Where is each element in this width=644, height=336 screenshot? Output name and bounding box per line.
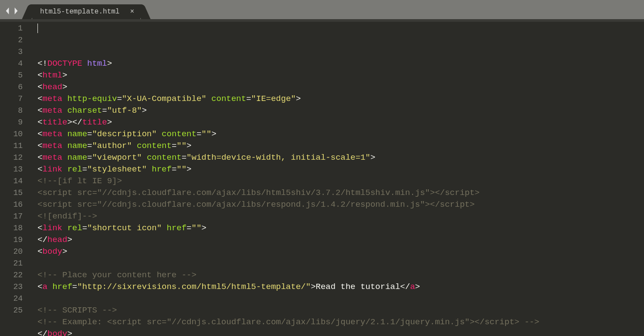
code-token: title [82,118,107,127]
file-tab[interactable]: html5-template.html × [32,4,140,19]
code-token: DOCTYPE [47,59,82,68]
code-line[interactable]: <!-- SCRIPTS --> [37,305,539,316]
code-line[interactable]: <!--[if lt IE 9]> [37,175,539,187]
code-token: html [87,59,107,68]
code-token: body [47,329,68,336]
code-token [207,94,211,104]
code-line[interactable]: <script src="//cdnjs.cloudflare.com/ajax… [37,187,539,199]
code-token: = [87,129,92,139]
code-token: > [296,94,301,104]
code-token: charset [67,106,102,115]
code-token: <!--[if lt IE 9]> [37,176,122,186]
code-token: </ [37,235,47,245]
code-token: "description" [92,129,156,139]
line-number: 25 [0,305,23,316]
code-line[interactable]: <title></title> [37,117,539,128]
code-token: ></ [67,118,82,127]
code-line[interactable]: <html> [37,70,539,81]
line-number: 8 [0,105,23,117]
code-token: < [37,118,42,127]
code-token: > [107,118,112,127]
code-token: > [211,129,216,139]
code-line[interactable]: <a href="http://sixrevisions.com/html5/h… [37,281,539,293]
editor[interactable]: 1234567891011121314151617181920212223242… [0,22,644,336]
code-token: html [42,71,62,80]
code-token: meta [42,94,62,104]
line-number: 15 [0,187,23,199]
code-token: = [172,165,176,174]
code-token: < [37,141,42,151]
line-number: 5 [0,70,23,81]
code-token: "" [192,223,202,233]
code-line[interactable]: <link rel="shortcut icon" href=""> [37,222,539,234]
code-token: > [107,59,112,68]
code-line[interactable]: <![endif]--> [37,211,539,222]
line-number: 11 [0,140,23,152]
line-number: 12 [0,152,23,164]
code-token: name [67,129,87,139]
line-number: 10 [0,128,23,140]
code-token: head [42,82,62,92]
line-number: 19 [0,234,23,246]
code-token [147,165,152,174]
code-area[interactable]: <!DOCTYPE html><html><head><meta http-eq… [28,22,539,336]
code-line[interactable] [37,258,539,269]
code-token: title [42,118,67,127]
code-line[interactable]: <meta name="author" content=""> [37,140,539,152]
code-line[interactable]: <script src="//cdnjs.cloudflare.com/ajax… [37,199,539,211]
code-line[interactable]: </head> [37,234,539,246]
line-number: 3 [0,46,23,58]
code-line[interactable] [37,293,539,305]
line-number: 1 [0,23,23,34]
code-line[interactable]: <!-- Place your content here --> [37,269,539,281]
tab-bar: html5-template.html × [0,0,644,19]
code-token: = [82,165,87,174]
close-icon[interactable]: × [130,8,134,16]
line-number: 13 [0,164,23,175]
code-token: <![endif]--> [37,212,97,221]
code-token: rel [67,165,82,174]
code-token: = [82,223,87,233]
line-number: 21 [0,258,23,269]
code-token: > [370,153,375,162]
code-token: > [186,141,191,151]
code-token: <! [37,59,47,68]
code-line[interactable]: <meta name="description" content=""> [37,128,539,140]
text-cursor [37,24,38,33]
code-token: < [37,129,42,139]
line-number: 2 [0,34,23,46]
line-number: 7 [0,93,23,105]
code-token: "utf-8" [107,106,142,115]
line-number: 14 [0,175,23,187]
code-line[interactable]: <meta charset="utf-8"> [37,105,539,117]
code-token: > [62,247,67,256]
code-token [47,282,52,292]
nav-back-icon[interactable] [4,7,10,15]
code-token [162,223,166,233]
code-line[interactable]: <body> [37,246,539,258]
code-token: head [47,235,68,245]
code-token: href [166,223,186,233]
code-token: <script src="//cdnjs.cloudflare.com/ajax… [37,188,480,198]
nav-forward-icon[interactable] [13,7,19,15]
code-line[interactable]: <link rel="stylesheet" href=""> [37,164,539,175]
code-token: > [415,282,420,292]
svg-marker-0 [6,7,9,14]
code-line[interactable]: <!DOCTYPE html> [37,58,539,70]
code-token: "http://sixrevisions.com/html5/html5-tem… [77,282,311,292]
code-line[interactable]: <meta http-equiv="X-UA-Compatible" conte… [37,93,539,105]
code-token: content [211,94,246,104]
code-line[interactable]: <head> [37,81,539,93]
code-token: href [152,165,172,174]
code-token [62,165,67,174]
code-token [157,129,162,139]
code-token [132,141,137,151]
code-token: <!-- Place your content here --> [37,270,197,280]
code-token: = [87,153,92,162]
code-line[interactable]: <!-- Example: <script src="//cdnjs.cloud… [37,316,539,328]
code-token: = [102,106,107,115]
line-number: 23 [0,281,23,293]
code-line[interactable]: <meta name="viewport" content="width=dev… [37,152,539,164]
code-line[interactable]: </body> [37,328,539,336]
code-token: < [37,223,42,233]
